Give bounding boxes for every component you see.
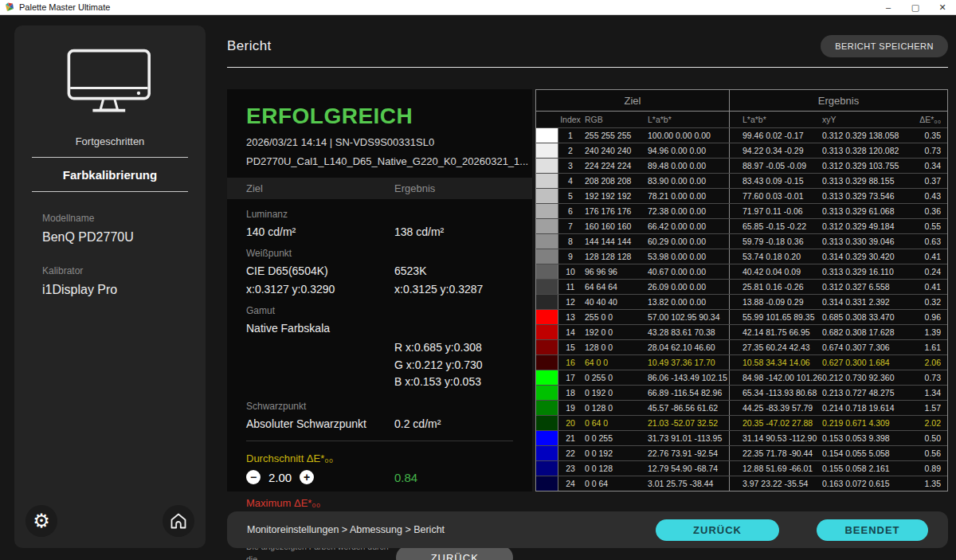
cell-lab-target: 66.42 0.00 0.00 [648, 219, 730, 233]
cell-xyy: 0.219 0.671 4.309 [822, 418, 911, 428]
cell-delta-e: 0.63 [911, 237, 947, 246]
done-button[interactable]: BEENDET [817, 519, 928, 541]
cell-index: 1 [558, 131, 582, 140]
color-swatch [536, 446, 558, 460]
profile-name: PD2770U_Cal1_L140_D65_Native_G220_K0_202… [246, 155, 513, 167]
cell-index: 4 [558, 176, 582, 186]
table-row: 12 40 40 40 13.82 0.00 0.00 13.88 -0.09 … [536, 294, 947, 309]
avg-de-tolerance: 2.00 [268, 471, 292, 484]
gamut-label: Gamut [246, 305, 513, 316]
header-divider [227, 67, 948, 68]
cell-rgb: 0 192 0 [582, 388, 648, 397]
color-swatch [536, 355, 558, 370]
lab-result-column-header: L*a*b* [730, 115, 822, 124]
table-row: 2 240 240 240 94.96 0.00 0.00 94.22 0.34… [536, 143, 947, 158]
cell-index: 15 [558, 343, 582, 352]
color-swatch [536, 189, 558, 203]
table-row: 4 208 208 208 83.90 0.00 0.00 83.43 0.09… [536, 173, 947, 188]
cell-xyy: 0.313 0.329 61.068 [822, 206, 911, 216]
cell-rgb: 96 96 96 [582, 267, 648, 276]
whitepoint-label: Weißpunkt [246, 248, 513, 259]
avg-de-increase-button[interactable]: + [300, 470, 314, 484]
cell-lab-result: 55.99 101.65 89.35 [730, 312, 822, 322]
cell-lab-result: 77.60 0.03 -0.01 [730, 191, 822, 201]
cell-delta-e: 0.43 [911, 191, 947, 201]
cell-delta-e: 1.39 [911, 327, 947, 337]
cell-lab-result: 22.35 71.78 -90.44 [730, 448, 822, 458]
cell-rgb: 0 0 128 [582, 464, 648, 473]
bottom-bar: Monitoreinstellungen > Abmessung > Beric… [227, 511, 948, 548]
avg-de-decrease-button[interactable]: − [246, 470, 261, 484]
cell-xyy: 0.313 0.329 88.155 [822, 176, 911, 186]
index-column-header: Index [558, 115, 582, 124]
cell-lab-result: 12.88 51.69 -66.01 [730, 464, 822, 473]
table-row: 16 64 0 0 10.49 37.36 17.70 10.58 34.34 … [536, 354, 947, 370]
cell-lab-target: 78.21 0.00 0.00 [648, 189, 730, 203]
cell-rgb: 64 64 64 [582, 282, 648, 292]
cell-delta-e: 0.56 [911, 448, 947, 458]
blackpoint-target: Absoluter Schwarzpunkt [246, 417, 394, 430]
home-button[interactable] [163, 505, 194, 537]
back-button[interactable]: ZURÜCK [656, 519, 779, 541]
table-row: 17 0 255 0 86.06 -143.49 102.15 84.98 -1… [536, 370, 947, 385]
minimize-button[interactable]: – [875, 0, 902, 14]
cell-rgb: 192 192 192 [582, 191, 648, 201]
color-swatch [536, 370, 558, 385]
cell-xyy: 0.313 0.329 16.110 [822, 267, 911, 276]
cell-rgb: 0 0 255 [582, 433, 648, 443]
table-row: 24 0 0 64 3.01 25.75 -38.44 3.97 23.22 -… [536, 476, 947, 491]
cell-lab-result: 20.35 -47.02 27.88 [730, 418, 822, 428]
color-swatch [536, 249, 558, 264]
whitepoint-target: CIE D65(6504K) [246, 264, 394, 277]
cell-delta-e: 2.06 [911, 358, 947, 367]
cell-xyy: 0.153 0.053 9.398 [822, 433, 911, 443]
cell-index: 8 [558, 237, 582, 246]
cell-xyy: 0.212 0.730 92.360 [822, 373, 911, 382]
swatch-column-header [536, 112, 558, 127]
cell-xyy: 0.313 0.328 120.082 [822, 146, 911, 155]
cell-delta-e: 0.34 [911, 161, 947, 170]
gamut-result-blue: B x:0.153 y:0.053 [394, 374, 513, 391]
cell-lab-target: 12.79 54.90 -68.74 [648, 461, 730, 476]
navigation-buttons: ZURÜCK BEENDET [656, 519, 928, 541]
table-row: 15 128 0 0 28.04 62.10 46.60 27.35 60.24… [536, 339, 947, 354]
cell-lab-target: 43.28 83.61 70.38 [648, 325, 730, 339]
cell-index: 24 [558, 479, 582, 488]
cell-rgb: 255 0 0 [582, 312, 648, 322]
sidebar-item-farbkalibrierung[interactable]: Farbkalibrierung [63, 168, 157, 182]
target-result-band: Ziel Ergebnis [227, 178, 532, 199]
cell-index: 11 [558, 282, 582, 292]
cell-lab-target: 26.09 0.00 0.00 [648, 280, 730, 294]
cell-xyy: 0.314 0.329 30.420 [822, 252, 911, 261]
cell-delta-e: 0.37 [911, 176, 947, 186]
model-info: Modellname BenQ PD2770U [14, 213, 206, 245]
cell-xyy: 0.155 0.058 2.161 [822, 464, 911, 473]
cell-delta-e: 0.55 [911, 221, 947, 231]
cell-rgb: 0 255 0 [582, 373, 648, 382]
cell-lab-target: 40.67 0.00 0.00 [648, 264, 730, 279]
color-swatch [536, 386, 558, 400]
color-swatch [536, 128, 558, 143]
max-de-label: Maximum ΔE*₀₀ [246, 497, 513, 509]
xyy-column-header: xyY [822, 115, 911, 124]
whitepoint-result: 6523K [394, 264, 426, 277]
cell-xyy: 0.312 0.329 138.058 [822, 131, 911, 140]
cell-rgb: 192 0 0 [582, 327, 648, 337]
table-row: 7 160 160 160 66.42 0.00 0.00 65.85 -0.1… [536, 218, 947, 233]
cell-lab-result: 94.22 0.34 -0.29 [730, 146, 822, 155]
save-report-button[interactable]: BERICHT SPEICHERN [821, 35, 948, 57]
cell-index: 17 [558, 373, 582, 382]
luminance-label: Luminanz [246, 209, 513, 220]
cell-rgb: 160 160 160 [582, 221, 648, 231]
lab-target-column-header: L*a*b* [648, 112, 730, 127]
settings-button[interactable]: ⚙ [25, 505, 57, 537]
cell-delta-e: 0.50 [911, 433, 947, 443]
close-button[interactable]: ✕ [929, 0, 956, 14]
cell-rgb: 128 0 0 [582, 343, 648, 352]
avg-de-result: 0.84 [394, 471, 417, 484]
cell-xyy: 0.312 0.329 49.184 [822, 221, 911, 231]
cell-delta-e: 0.41 [911, 282, 947, 292]
app-logo-icon [5, 2, 14, 12]
maximize-button[interactable]: ▢ [902, 0, 929, 14]
cell-lab-result: 83.43 0.09 -0.15 [730, 176, 822, 186]
